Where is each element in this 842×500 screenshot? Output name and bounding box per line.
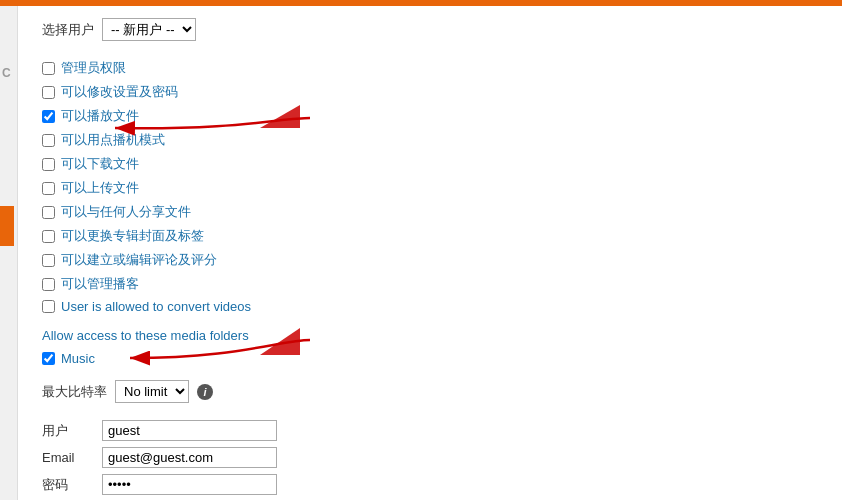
username-label: 用户 [42, 417, 102, 444]
folder-item-music: Music [42, 351, 822, 366]
perm-checkbox-convert[interactable] [42, 300, 55, 313]
perm-checkbox-podcast[interactable] [42, 278, 55, 291]
folder-label-music: Music [61, 351, 95, 366]
perm-label-upload: 可以上传文件 [61, 179, 139, 197]
perm-label-download: 可以下载文件 [61, 155, 139, 173]
perm-item-random: 可以用点播机模式 [42, 131, 822, 149]
perm-checkbox-admin[interactable] [42, 62, 55, 75]
user-form-table: 用户 Email 密码 [42, 417, 283, 498]
user-field-password: 密码 [42, 471, 283, 498]
user-field-email: Email [42, 444, 283, 471]
user-select[interactable]: -- 新用户 -- [102, 18, 196, 41]
perm-label-admin: 管理员权限 [61, 59, 126, 77]
perm-item-convert: User is allowed to convert videos [42, 299, 822, 314]
perm-item-download: 可以下载文件 [42, 155, 822, 173]
perm-checkbox-settings[interactable] [42, 86, 55, 99]
perm-item-admin: 管理员权限 [42, 59, 822, 77]
perm-label-cover: 可以更换专辑封面及标签 [61, 227, 204, 245]
permissions-list: 管理员权限 可以修改设置及密码 可以播放文件 可以用点播机模式 可以下载文件 可… [42, 59, 822, 314]
select-user-row: 选择用户 -- 新用户 -- [42, 18, 822, 41]
password-label: 密码 [42, 471, 102, 498]
select-user-label: 选择用户 [42, 21, 94, 39]
sidebar: C [0, 6, 18, 500]
bitrate-label: 最大比特率 [42, 383, 107, 401]
password-input[interactable] [102, 474, 277, 495]
perm-checkbox-play[interactable] [42, 110, 55, 123]
email-label: Email [42, 444, 102, 471]
perm-label-comment: 可以建立或编辑评论及评分 [61, 251, 217, 269]
perm-item-settings: 可以修改设置及密码 [42, 83, 822, 101]
perm-item-upload: 可以上传文件 [42, 179, 822, 197]
perm-item-comment: 可以建立或编辑评论及评分 [42, 251, 822, 269]
perm-checkbox-download[interactable] [42, 158, 55, 171]
perm-label-random: 可以用点播机模式 [61, 131, 165, 149]
bitrate-select[interactable]: No limit 32 48 64 96 128 160 192 256 320 [115, 380, 189, 403]
perm-label-convert: User is allowed to convert videos [61, 299, 251, 314]
perm-item-podcast: 可以管理播客 [42, 275, 822, 293]
media-folders-list: Music [42, 351, 822, 366]
main-content: 选择用户 -- 新用户 -- 管理员权限 可以修改设置及密码 可以播放文件 可以… [22, 6, 842, 500]
perm-checkbox-upload[interactable] [42, 182, 55, 195]
sidebar-letter-c: C [2, 66, 11, 80]
perm-item-share: 可以与任何人分享文件 [42, 203, 822, 221]
sidebar-tab [0, 206, 14, 246]
bitrate-row: 最大比特率 No limit 32 48 64 96 128 160 192 2… [42, 380, 822, 403]
email-input[interactable] [102, 447, 277, 468]
perm-label-settings: 可以修改设置及密码 [61, 83, 178, 101]
folder-checkbox-music[interactable] [42, 352, 55, 365]
perm-label-share: 可以与任何人分享文件 [61, 203, 191, 221]
info-icon[interactable]: i [197, 384, 213, 400]
perm-checkbox-share[interactable] [42, 206, 55, 219]
perm-checkbox-comment[interactable] [42, 254, 55, 267]
username-input[interactable] [102, 420, 277, 441]
perm-checkbox-random[interactable] [42, 134, 55, 147]
perm-item-cover: 可以更换专辑封面及标签 [42, 227, 822, 245]
allow-access-heading: Allow access to these media folders [42, 328, 822, 343]
perm-label-podcast: 可以管理播客 [61, 275, 139, 293]
user-field-username: 用户 [42, 417, 283, 444]
perm-label-play: 可以播放文件 [61, 107, 139, 125]
perm-item-play: 可以播放文件 [42, 107, 822, 125]
perm-checkbox-cover[interactable] [42, 230, 55, 243]
